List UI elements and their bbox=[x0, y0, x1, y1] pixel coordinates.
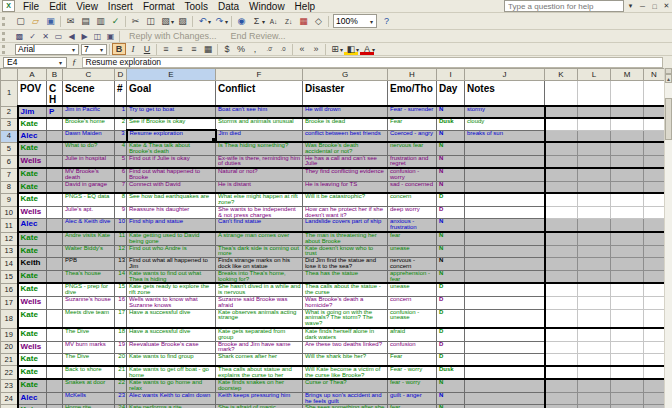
cell-J19[interactable] bbox=[465, 328, 545, 341]
cell-C8[interactable]: David in garage bbox=[63, 181, 115, 193]
copy-icon[interactable]: ◫ bbox=[143, 14, 158, 28]
cell-K4[interactable] bbox=[545, 130, 578, 142]
row-header-22[interactable]: 22 bbox=[1, 366, 18, 380]
cell-I22[interactable]: Dusk bbox=[437, 366, 465, 380]
cell-E6[interactable]: Find out if Julie is okay bbox=[127, 155, 216, 168]
cell-C22[interactable]: Back to shore bbox=[63, 366, 115, 380]
print-icon[interactable]: ▤ bbox=[78, 14, 93, 28]
cell-J22[interactable] bbox=[465, 366, 545, 380]
cell-B19[interactable] bbox=[47, 328, 63, 341]
cell-H17[interactable]: concern bbox=[388, 297, 437, 310]
vertical-scrollbar[interactable]: ▲ bbox=[664, 68, 672, 408]
cell-D9[interactable]: 8 bbox=[115, 193, 127, 206]
cell-I20[interactable]: D bbox=[437, 341, 465, 354]
cell-K2[interactable] bbox=[545, 106, 578, 118]
cell-D16[interactable]: 15 bbox=[115, 283, 127, 296]
cell-E14[interactable]: Find out what all happened to Jim bbox=[127, 258, 216, 271]
cell-E15[interactable]: Kate wants to find out what Thea is hidi… bbox=[127, 270, 216, 283]
cell-E17[interactable]: Wells wants to know what Suzanne knows bbox=[127, 297, 216, 310]
open-icon[interactable]: ▱ bbox=[28, 14, 43, 28]
cell-C17[interactable]: Suzanne's house bbox=[63, 297, 115, 310]
cell-N4[interactable] bbox=[644, 130, 665, 142]
cell-E16[interactable]: Kate gets ready to explore the rift zone bbox=[127, 283, 216, 296]
cell-N21[interactable] bbox=[644, 354, 665, 366]
cell-D4[interactable]: 3 bbox=[115, 130, 127, 142]
cell-J18[interactable] bbox=[465, 309, 545, 328]
underline-button[interactable]: U bbox=[140, 43, 154, 55]
cell-B13[interactable] bbox=[47, 245, 63, 258]
end-review-button[interactable]: End Review... bbox=[231, 31, 286, 41]
cell-E12[interactable]: Kate getting used to David being gone bbox=[127, 232, 216, 245]
cell-F9[interactable]: What else might happen at rift zone? bbox=[216, 193, 303, 206]
font-name-select[interactable]: Arial ▾ bbox=[15, 44, 79, 55]
row-header-14[interactable]: 14 bbox=[1, 258, 18, 271]
cell-I16[interactable]: D bbox=[437, 283, 465, 296]
cell-B10[interactable] bbox=[47, 206, 63, 219]
cell-M19[interactable] bbox=[611, 328, 644, 341]
cell-M10[interactable] bbox=[611, 206, 644, 219]
column-header-B[interactable]: B bbox=[47, 69, 63, 81]
cell-D24[interactable]: 23 bbox=[115, 392, 127, 405]
cell-F2[interactable]: Boat can't see him bbox=[216, 106, 303, 118]
insert-comment-icon[interactable]: ▭ bbox=[52, 31, 65, 42]
column-header-A[interactable]: A bbox=[18, 69, 47, 81]
cell-E21[interactable]: Kate wants to find group bbox=[127, 354, 216, 366]
cell-G10[interactable]: How can he protect her if she doesn't wa… bbox=[303, 206, 388, 219]
cell-G17[interactable]: Was Brooke's death a homicide? bbox=[303, 297, 388, 310]
cell-D15[interactable]: 14 bbox=[115, 270, 127, 283]
cell-L3[interactable] bbox=[578, 118, 611, 130]
cell-B16[interactable] bbox=[47, 283, 63, 296]
cell-L18[interactable] bbox=[578, 309, 611, 328]
cell-K8[interactable] bbox=[545, 181, 578, 193]
cell-I10[interactable]: D bbox=[437, 206, 465, 219]
menu-view[interactable]: View bbox=[71, 0, 103, 13]
cell-N14[interactable] bbox=[644, 258, 665, 271]
cell-F4[interactable]: Jim died bbox=[216, 130, 303, 142]
chevron-down-icon[interactable]: ▾ bbox=[372, 46, 375, 53]
cell-G9[interactable]: Will it be catastrophic? bbox=[303, 193, 388, 206]
cell-M20[interactable] bbox=[611, 341, 644, 354]
column-header-D[interactable]: D bbox=[115, 69, 127, 81]
header-cell-day[interactable]: Day bbox=[437, 81, 465, 107]
cell-J17[interactable] bbox=[465, 297, 545, 310]
cell-K24[interactable] bbox=[545, 392, 578, 405]
cell-A20[interactable]: Wells bbox=[18, 341, 47, 354]
merge-center-button[interactable]: ▦ bbox=[201, 43, 215, 55]
cell-I12[interactable]: N bbox=[437, 232, 465, 245]
cell-K20[interactable] bbox=[545, 341, 578, 354]
cell-A8[interactable]: Kate bbox=[18, 181, 47, 193]
cell-M7[interactable] bbox=[611, 168, 644, 181]
cell-H21[interactable]: Fear bbox=[388, 354, 437, 366]
cell-H15[interactable]: apprehension - fear bbox=[388, 270, 437, 283]
cell-M5[interactable] bbox=[611, 142, 644, 155]
cell-J23[interactable] bbox=[465, 379, 545, 392]
cell-L21[interactable] bbox=[578, 354, 611, 366]
cell-E5[interactable]: Kate & Thea talk about Brooke's death bbox=[127, 142, 216, 155]
cell-L9[interactable] bbox=[578, 193, 611, 206]
cell-M24[interactable] bbox=[611, 392, 644, 405]
cell-M23[interactable] bbox=[611, 379, 644, 392]
cell-I14[interactable]: N bbox=[437, 258, 465, 271]
new-icon[interactable]: ▢ bbox=[13, 14, 28, 28]
cell-E7[interactable]: Find out what happened to Brooke bbox=[127, 168, 216, 181]
cell-H2[interactable]: Fear - surrender bbox=[388, 106, 437, 118]
menu-file[interactable]: File bbox=[18, 0, 44, 13]
cell-A23[interactable]: Kate bbox=[18, 379, 47, 392]
cell-B15[interactable] bbox=[47, 270, 63, 283]
empty-cell[interactable] bbox=[545, 81, 578, 107]
show-comments-icon[interactable]: ◫ bbox=[91, 31, 104, 42]
cell-E18[interactable]: Have a successful dive bbox=[127, 309, 216, 328]
cell-I18[interactable]: D bbox=[437, 309, 465, 328]
cell-F17[interactable]: Suzanne said Brooke was afraid bbox=[216, 297, 303, 310]
cell-C12[interactable]: Andre visits Kate bbox=[63, 232, 115, 245]
minimize-icon[interactable]: ─ bbox=[637, 1, 648, 12]
row-header-17[interactable]: 17 bbox=[1, 297, 18, 310]
cell-D12[interactable]: 11 bbox=[115, 232, 127, 245]
cell-A9[interactable]: Kate bbox=[18, 193, 47, 206]
cell-L10[interactable] bbox=[578, 206, 611, 219]
cell-H24[interactable]: guilt - anger bbox=[388, 392, 437, 405]
chevron-down-icon[interactable]: ▾ bbox=[340, 46, 343, 53]
cell-G18[interactable]: What is going on with the animals? The s… bbox=[303, 309, 388, 328]
cell-N17[interactable] bbox=[644, 297, 665, 310]
cell-D6[interactable]: 5 bbox=[115, 155, 127, 168]
